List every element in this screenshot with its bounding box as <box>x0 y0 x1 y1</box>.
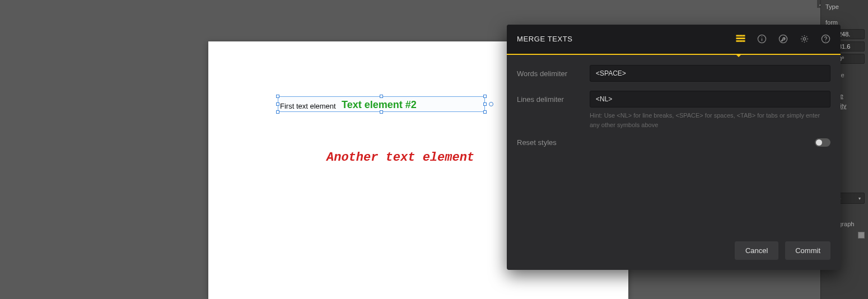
svg-rect-1 <box>739 35 742 36</box>
words-delimiter-input[interactable] <box>590 65 830 82</box>
svg-point-9 <box>761 36 762 38</box>
svg-rect-0 <box>736 35 739 36</box>
rotate-handle[interactable] <box>489 102 493 106</box>
resize-handle-se[interactable] <box>483 110 487 114</box>
wrench-icon[interactable] <box>778 34 788 44</box>
svg-point-13 <box>825 41 825 41</box>
lines-delimiter-input[interactable] <box>590 91 830 108</box>
lines-delimiter-label: Lines delimiter <box>517 95 590 104</box>
dialog-header-icons <box>735 34 830 44</box>
resize-handle-w[interactable] <box>276 102 279 106</box>
svg-rect-5 <box>739 40 742 41</box>
svg-point-10 <box>779 35 787 43</box>
paragraph-swatch[interactable] <box>858 232 865 239</box>
chevron-down-icon: ▾ <box>858 196 861 201</box>
resize-handle-s[interactable] <box>380 110 383 114</box>
reset-styles-toggle[interactable] <box>815 138 830 147</box>
svg-rect-3 <box>736 38 744 39</box>
delimiter-hint: Hint: Use <NL> for line breaks, <SPACE> … <box>590 111 830 129</box>
info-icon[interactable] <box>757 34 767 44</box>
resize-handle-sw[interactable] <box>276 110 279 114</box>
canvas-text-3[interactable]: Another text element <box>326 151 474 165</box>
resize-handle-e[interactable] <box>483 102 487 106</box>
reset-styles-row: Reset styles <box>517 138 830 147</box>
gear-icon[interactable] <box>799 34 809 44</box>
svg-rect-6 <box>743 40 745 41</box>
words-delimiter-row: Words delimiter <box>517 65 830 82</box>
dialog-body: Words delimiter Lines delimiter Hint: Us… <box>507 55 841 233</box>
merge-texts-dialog: MERGE TEXTS Words delimiter <box>507 25 841 270</box>
dialog-tab-pointer <box>735 54 742 57</box>
lines-delimiter-row: Lines delimiter <box>517 91 830 108</box>
cancel-button[interactable]: Cancel <box>735 241 778 260</box>
help-icon[interactable] <box>820 34 830 44</box>
merge-settings-icon[interactable] <box>735 34 745 44</box>
commit-button[interactable]: Commit <box>785 241 830 260</box>
resize-handle-ne[interactable] <box>483 95 487 98</box>
panel-section-type: Type <box>821 0 868 12</box>
dialog-header: MERGE TEXTS <box>507 25 841 54</box>
svg-point-11 <box>803 38 806 40</box>
svg-rect-4 <box>736 40 739 41</box>
resize-handle-n[interactable] <box>380 95 383 98</box>
resize-handle-nw[interactable] <box>276 95 279 98</box>
reset-styles-label: Reset styles <box>517 138 557 147</box>
words-delimiter-label: Words delimiter <box>517 69 590 78</box>
dialog-footer: Cancel Commit <box>507 233 841 270</box>
svg-rect-2 <box>743 35 745 36</box>
selection-bounding-box[interactable] <box>278 96 485 112</box>
dialog-title: MERGE TEXTS <box>517 35 573 43</box>
